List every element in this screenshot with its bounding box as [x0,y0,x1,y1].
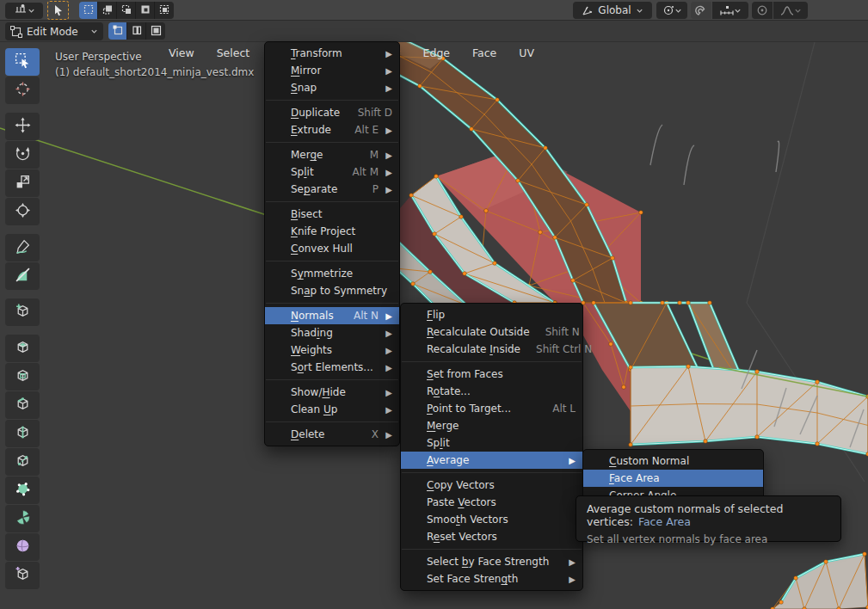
tool-poly-build[interactable] [5,477,40,504]
tool-bevel[interactable] [5,391,40,419]
menu-item-smooth-vectors[interactable]: Smooth Vectors [401,511,582,528]
select-tool-set[interactable] [79,2,98,19]
tool-add-cube[interactable] [5,298,40,326]
menu-item-mirror[interactable]: Mirror▶ [265,62,399,79]
submenu-arrow-icon: ▶ [385,388,392,397]
pivot-point-dropdown[interactable] [656,2,687,19]
tool-move[interactable] [5,113,40,140]
transform-orientation-dropdown[interactable]: Global [573,2,652,19]
tool-rotate[interactable] [5,141,40,169]
active-tool-button[interactable] [47,1,69,20]
menu-item-set-face-strength[interactable]: Set Face Strength▶ [401,570,582,587]
menu-item-weights[interactable]: Weights▶ [265,341,399,359]
menu-item-face-area[interactable]: Face Area [583,470,763,487]
snap-with-dropdown[interactable] [712,2,748,19]
edit-mode-icon [10,26,22,38]
menu-item-knife-project[interactable]: Knife Project [265,223,399,240]
tool-extrude-region[interactable] [5,335,40,362]
menu-item-merge[interactable]: Merge [401,417,582,434]
menu-item-shading[interactable]: Shading▶ [265,324,399,341]
menu-item-clean-up[interactable]: Clean Up▶ [265,401,399,418]
menu-select[interactable]: Select [208,44,259,61]
tool-knife[interactable] [5,448,40,476]
tool-measure[interactable] [5,262,40,290]
tool-transform[interactable] [5,198,40,225]
menu-item-recalculate-outside[interactable]: Recalculate OutsideShift N [401,323,582,341]
menu-edge[interactable]: Edge [415,44,459,61]
menu-separator [266,100,398,101]
mesh-select-mode-edge[interactable] [127,22,146,40]
menu-item-snap-to-symmetry[interactable]: Snap to Symmetry [265,282,399,299]
tool-spin[interactable] [5,505,40,532]
tooltip-value: Face Area [633,515,691,528]
tool-loop-cut[interactable] [5,420,40,447]
snap-increment-icon [720,5,734,16]
extrude-region-icon [15,339,31,359]
toolbar [5,48,41,590]
menu-item-label: Merge [291,149,323,161]
menu-view[interactable]: View [160,44,203,61]
menu-item-label: Bisect [291,208,323,220]
menu-item-label: Weights [291,344,332,356]
tool-cursor[interactable] [5,77,40,104]
proportional-falloff-dropdown[interactable] [773,2,808,19]
menu-item-reset-vectors[interactable]: Reset Vectors [401,528,582,545]
select-tool-invert[interactable] [136,2,155,19]
menu-item-transform[interactable]: Transform▶ [265,45,399,62]
menu-item-snap[interactable]: Snap▶ [265,79,399,96]
menu-item-set-from-faces[interactable]: Set from Faces [401,366,582,383]
bevel-icon [15,396,31,415]
menu-item-select-by-face-strength[interactable]: Select by Face Strength▶ [401,553,582,570]
mesh-select-mode-vertex[interactable] [108,22,127,40]
menu-item-average[interactable]: Average▶ [401,452,582,469]
select-tool-extend[interactable] [98,2,117,19]
menu-item-split[interactable]: SplitAlt M▶ [265,163,399,181]
menu-separator [266,142,398,143]
menu-item-show-hide[interactable]: Show/Hide▶ [265,384,399,401]
menu-item-convex-hull[interactable]: Convex Hull [265,240,399,257]
topbar: Global [0,0,868,21]
menu-face[interactable]: Face [464,44,505,61]
menu-item-sort-elements[interactable]: Sort Elements...▶ [265,359,399,376]
select-tool-intersect[interactable] [155,2,174,19]
menu-item-label: Separate [291,183,337,195]
menu-item-flip[interactable]: Flip [401,306,582,323]
menu-item-duplicate[interactable]: DuplicateShift D [265,104,399,121]
menu-item-label: Snap [291,82,317,94]
menu-item-merge[interactable]: MergeM▶ [265,146,399,163]
menu-item-separate[interactable]: SeparateP▶ [265,181,399,198]
menu-item-paste-vectors[interactable]: Paste Vectors [401,494,582,511]
menu-item-label: Clean Up [291,403,337,415]
menu-item-symmetrize[interactable]: Symmetrize [265,265,399,282]
mesh-select-mode-face[interactable] [146,22,165,40]
menu-item-custom-normal[interactable]: Custom Normal [583,452,763,470]
menu-item-delete[interactable]: DeleteX▶ [265,426,399,443]
tool-scale[interactable] [5,169,40,197]
tool-tweak-select[interactable] [5,48,40,76]
editor-type-dropdown[interactable] [5,3,43,19]
menu-item-label: Custom Normal [609,455,689,467]
snap-toggle-button[interactable] [691,2,711,19]
menu-uv[interactable]: UV [510,44,543,61]
menu-item-rotate[interactable]: Rotate... [401,383,582,400]
menu-item-label: Face Area [609,472,660,484]
select-tool-subtract[interactable] [117,2,136,19]
tool-annotate[interactable] [5,234,40,261]
tool-inset-faces[interactable] [5,363,40,391]
tool-smooth[interactable] [5,533,40,561]
menu-item-normals[interactable]: NormalsAlt N▶ [265,307,399,324]
inset-faces-icon [15,367,31,387]
menu-item-bisect[interactable]: Bisect [265,206,399,223]
submenu-arrow-icon: ▶ [385,346,392,355]
tool-rip-region[interactable] [5,562,40,589]
menu-item-label: Extrude [291,124,331,136]
menu-item-extrude[interactable]: ExtrudeAlt E▶ [265,121,399,138]
menu-item-copy-vectors[interactable]: Copy Vectors [401,477,582,494]
menu-item-recalculate-inside[interactable]: Recalculate InsideShift Ctrl N [401,341,582,358]
menu-item-shortcut: X [356,428,379,440]
menu-item-split[interactable]: Split [401,434,582,452]
mode-dropdown[interactable]: Edit Mode [5,22,103,40]
proportional-editing-toggle[interactable] [752,2,773,19]
menu-item-point-to-target[interactable]: Point to Target...Alt L [401,400,582,417]
edge-mode-icon [131,23,143,40]
